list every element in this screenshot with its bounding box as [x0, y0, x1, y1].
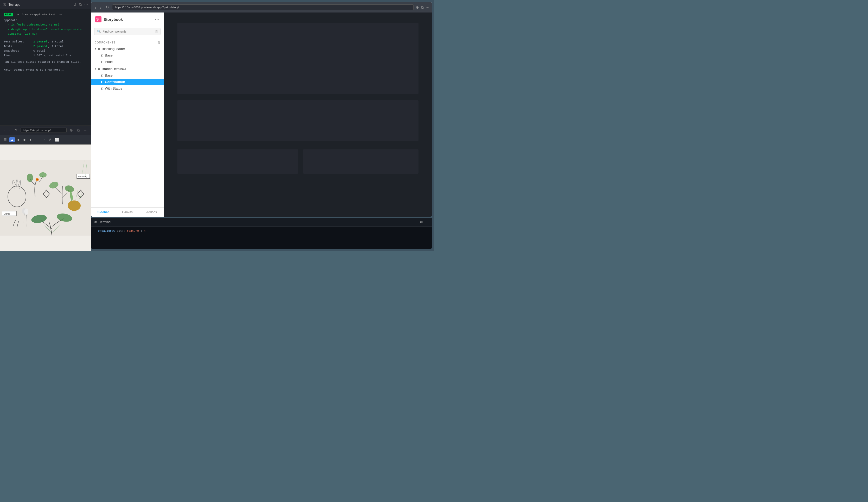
browser-reload-button[interactable]: ↻ [105, 4, 110, 10]
stat-time: Time: 1.687 s, estimated 2 s [4, 53, 87, 58]
storybook-brand: S Storybook [95, 16, 123, 22]
storybook-logo: S [95, 16, 102, 22]
panel-header-left: ⌘ Test app [3, 3, 20, 7]
terminal-copy-button[interactable]: ⧉ [420, 220, 423, 224]
nav-item-name-branchdetailsui-base: Base [105, 73, 113, 77]
svg-text:Lights: Lights [4, 212, 10, 215]
storybook-bottom-tabs: Sidebar Canvas Addons [91, 207, 164, 217]
cursor-tool[interactable]: ▲ [9, 137, 15, 142]
canvas-location-button[interactable]: ⊕ [69, 128, 74, 133]
canvas-content[interactable]: Lights Growing [0, 144, 91, 251]
nav-section: COMPONENTS ⇅ ▾ ▣ BlockingLoader ◧ Base [91, 38, 164, 207]
storybook-inner: S Storybook ⋯ 🔍 / COMPONENTS ⇅ [91, 12, 432, 217]
tab-sidebar[interactable]: Sidebar [91, 208, 115, 217]
tab-canvas[interactable]: Canvas [115, 208, 140, 217]
svg-rect-23 [177, 100, 418, 141]
stat-snapshots: Snapshots: 0 total [4, 49, 87, 53]
nav-item-blockingloader-pride[interactable]: ◧ Pride [91, 59, 164, 65]
image-tool[interactable]: ⬜ [54, 137, 60, 142]
more-button[interactable]: ⋯ [84, 3, 88, 7]
watch-key: w [36, 68, 38, 71]
nav-item-branchdetailsui-withstatus[interactable]: ◧ With Status [91, 85, 164, 92]
stat-suites-passed: 1 passed [33, 40, 47, 44]
storybook-preview [164, 12, 432, 217]
storybook-browser-panel: ‹ › ↻ ⊕ ⧉ ⋯ S Story [91, 2, 432, 217]
browser-url-bar[interactable] [112, 4, 414, 10]
stat-tests-label: Tests: [4, 44, 32, 49]
tab-addons[interactable]: Addons [140, 208, 164, 217]
nav-item-branchdetailsui-base[interactable]: ◧ Base [91, 72, 164, 79]
browser-forward-button[interactable]: › [99, 5, 103, 10]
test-terminal-panel: ⌘ Test app ↺ ⧉ ⋯ PASS src/tests/appState… [0, 0, 91, 126]
canvas-panel: ‹ › ↻ ⊕ ⧉ ⋯ ☰ ▲ ■ ◆ ● — → A ⬜ [0, 126, 91, 251]
browser-location-button[interactable]: ⊕ [416, 5, 419, 9]
svg-point-5 [37, 179, 38, 180]
nav-item-name-blockingloader-pride: Pride [105, 60, 113, 64]
rectangle-tool[interactable]: ■ [17, 137, 21, 142]
prompt-git-close: ) [141, 229, 142, 232]
nav-group-branchdetailsui: ▾ ▣ BranchDetailsUI ◧ Base ◧ Contributio… [91, 66, 164, 92]
terminal-bottom-label: Terminal [100, 220, 111, 224]
nav-item-name-branchdetailsui-contribution: Contribution [105, 80, 125, 84]
nav-group-name-branchdetailsui: BranchDetailsUI [102, 67, 126, 71]
text-tool[interactable]: A [48, 137, 53, 142]
story-icon-blockingloader-base: ◧ [101, 54, 103, 57]
test-item-1: ✓ it feels codesandboxy (1 ms) [8, 23, 87, 27]
svg-rect-24 [177, 149, 298, 174]
watch-hint: Press w to show more._ [26, 68, 64, 71]
terminal-more-button[interactable]: ⋯ [425, 220, 429, 224]
nav-group-header-branchdetailsui[interactable]: ▾ ▣ BranchDetailsUI [91, 66, 164, 72]
prompt-branch: feature [127, 229, 139, 232]
terminal-bottom-actions: ⧉ ⋯ [420, 220, 429, 224]
nav-item-name-branchdetailsui-withstatus: With Status [105, 87, 122, 90]
hamburger-button[interactable]: ☰ [3, 137, 8, 142]
nav-group-header-blockingloader[interactable]: ▾ ▣ BlockingLoader [91, 46, 164, 52]
stat-time-label: Time: [4, 53, 32, 58]
test-panel-header: ⌘ Test app ↺ ⧉ ⋯ [0, 0, 91, 9]
refresh-button[interactable]: ↺ [73, 3, 76, 7]
stat-snapshots-label: Snapshots: [4, 49, 32, 53]
search-bar[interactable]: 🔍 / [94, 28, 161, 35]
svg-text:S: S [96, 17, 99, 21]
terminal-icon: ⌘ [3, 3, 7, 7]
nav-section-header: COMPONENTS ⇅ [91, 39, 164, 46]
canvas-reload-button[interactable]: ↻ [13, 128, 19, 133]
prompt-arrow: → [95, 229, 96, 232]
line-tool[interactable]: — [34, 137, 40, 142]
browser-back-button[interactable]: ‹ [94, 5, 97, 10]
canvas-copy-button[interactable]: ⧉ [76, 128, 81, 133]
browser-more-button[interactable]: ⋯ [426, 5, 429, 9]
nav-section-toggle[interactable]: ⇅ [157, 40, 161, 44]
test-footer: Ran all test suites related to changed f… [4, 60, 87, 64]
canvas-drawing: Lights Growing [0, 144, 91, 251]
browser-copy-button[interactable]: ⧉ [421, 5, 424, 10]
test-stats: Test Suites: 1 passed , 1 total Tests: 2… [4, 40, 87, 58]
storybook-menu-button[interactable]: ⋯ [155, 17, 159, 22]
nav-item-branchdetailsui-contribution[interactable]: ◧ Contribution [91, 79, 164, 85]
pass-badge: PASS [4, 13, 13, 17]
terminal-content: PASS src/tests/appState.test.tsx appStat… [0, 9, 91, 126]
canvas-url-bar[interactable] [21, 128, 66, 133]
search-input[interactable] [103, 30, 153, 33]
story-icon-branchdetailsui-contribution: ◧ [101, 80, 103, 83]
stat-suites-total: , 1 total [48, 40, 63, 44]
diamond-tool[interactable]: ◆ [22, 137, 27, 142]
terminal-bottom-title: ⌘ Terminal [94, 220, 111, 224]
copy-button[interactable]: ⧉ [79, 2, 82, 7]
stat-snapshots-total: 0 total [33, 49, 45, 53]
canvas-forward-button[interactable]: › [8, 128, 11, 133]
canvas-back-button[interactable]: ‹ [3, 128, 6, 133]
test-file-path: src/tests/appState.test.tsx [17, 13, 63, 16]
nav-group-name-blockingloader: BlockingLoader [102, 47, 125, 51]
svg-point-2 [27, 173, 33, 182]
circle-tool[interactable]: ● [28, 137, 32, 142]
stat-tests: Tests: 2 passed , 2 total [4, 44, 87, 49]
canvas-more-button[interactable]: ⋯ [83, 128, 89, 133]
stat-suites: Test Suites: 1 passed , 1 total [4, 40, 87, 44]
nav-item-blockingloader-base[interactable]: ◧ Base [91, 52, 164, 59]
arrow-tool[interactable]: → [41, 137, 46, 142]
prompt-directory: excalidraw [98, 229, 115, 232]
watch-label: Watch Usage: [4, 68, 24, 71]
svg-text:Growing: Growing [78, 175, 87, 178]
terminal-bottom-icon: ⌘ [94, 220, 97, 224]
